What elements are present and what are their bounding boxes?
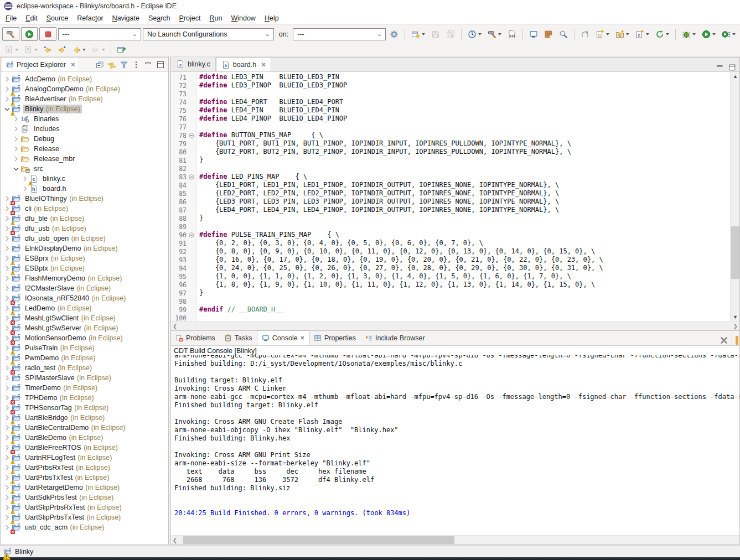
tree-item-binaries[interactable]: 10Binaries <box>1 114 168 124</box>
launch-settings-button[interactable] <box>387 28 401 41</box>
menu-search[interactable]: Search <box>144 13 175 24</box>
view-tab-tasks[interactable]: Tasks <box>220 330 257 345</box>
tree-item-release[interactable]: Release <box>1 144 168 154</box>
tree-item-bleadvertiser[interactable]: CBleAdvertiser (in Eclipse) <box>1 94 168 104</box>
view-tab-problems[interactable]: Problems <box>171 330 220 345</box>
chevron-collapsed-icon[interactable] <box>3 274 12 283</box>
tree-item-blinky-c[interactable]: cblinky.c <box>1 174 168 184</box>
view-tab-console[interactable]: Console× <box>257 330 309 345</box>
chevron-collapsed-icon[interactable] <box>3 374 12 382</box>
run-launch-button[interactable] <box>21 27 38 41</box>
tree-item-flashmemorydemo[interactable]: CFlashMemoryDemo (in Eclipse) <box>1 273 168 283</box>
tree-item-esbprx[interactable]: CESBprx (in Eclipse) <box>1 253 168 263</box>
scroll-down-icon[interactable]: ▼ <box>731 313 740 321</box>
fold-collapse-icon[interactable] <box>189 174 194 180</box>
open-console-button[interactable] <box>527 28 540 41</box>
new-wizard-button[interactable] <box>409 28 427 41</box>
tree-item-timerdemo[interactable]: CTimerDemo (in Eclipse) <box>1 383 168 393</box>
launch-config-combo[interactable]: No Launch Configurations⌄ <box>143 28 274 40</box>
menu-edit[interactable]: Edit <box>21 13 42 24</box>
fold-collapse-icon[interactable] <box>189 133 194 138</box>
link-with-editor-button[interactable] <box>107 60 116 69</box>
close-tab-icon[interactable]: × <box>261 60 266 69</box>
tree-item-analogcompdemo[interactable]: CAnalogCompDemo (in Eclipse) <box>1 84 168 94</box>
menu-refactor[interactable]: Refactor <box>73 13 107 24</box>
tree-item-uartslipprbstxtest[interactable]: CUartSlipPrbsTxTest (in Eclipse) <box>1 512 168 522</box>
tree-item-uartnrflogtest[interactable]: CUartnRFLogTest (in Eclipse) <box>1 453 168 463</box>
tree-item-tphdemo[interactable]: CTPHDemo (in Eclipse) <box>1 393 168 403</box>
tree-item-spimasterslave[interactable]: CSPIMasterSlave (in Eclipse) <box>1 373 168 383</box>
scrollbar-thumb[interactable] <box>731 226 739 279</box>
new-c-project-button[interactable]: C <box>613 28 632 41</box>
scroll-left-icon[interactable]: ❮ <box>173 323 177 329</box>
debug-button[interactable] <box>680 28 698 41</box>
tree-item-blueiothingy[interactable]: CBlueIOThingy (in Eclipse) <box>1 194 168 204</box>
fold-collapse-icon[interactable] <box>189 232 194 238</box>
new-c-class-button[interactable]: C <box>593 28 612 41</box>
tree-item-uartretargetdemo[interactable]: CUartRetargetDemo (in Eclipse) <box>1 483 168 492</box>
save-all-button[interactable] <box>444 28 457 41</box>
view-tab-properties[interactable]: Properties <box>309 330 360 345</box>
filter-button[interactable] <box>120 60 128 69</box>
stop-button[interactable] <box>39 27 56 41</box>
refresh-index-button[interactable] <box>653 28 671 41</box>
minimize-view-button[interactable] <box>144 60 153 69</box>
build-button[interactable] <box>2 27 19 41</box>
chevron-collapsed-icon[interactable] <box>3 244 12 253</box>
launch-on-combo[interactable]: ---⌄ <box>293 28 386 40</box>
editor-tab-board-h[interactable]: .hboard.h× <box>216 57 271 71</box>
menu-window[interactable]: Window <box>226 13 260 24</box>
menu-navigate[interactable]: Navigate <box>108 13 144 24</box>
tree-item-dfu-usb[interactable]: Cdfu_usb (in Eclipse) <box>1 224 168 234</box>
clear-console-button[interactable] <box>720 336 728 345</box>
scroll-right-icon[interactable]: ❯ <box>733 323 738 329</box>
tree-item-uartprbstxtest[interactable]: CUartPrbsTxTest (in Eclipse) <box>1 473 168 483</box>
previous-annotation-button[interactable] <box>2 43 20 56</box>
new-c-source-button[interactable]: c <box>633 28 651 41</box>
open-element-button[interactable]: 010 <box>505 28 519 41</box>
close-tab-icon[interactable]: × <box>301 334 304 342</box>
tree-item-iosonata-nrf52840[interactable]: CIOsonata_nRF52840 (in Eclipse) <box>1 293 168 303</box>
last-edit-location-button[interactable] <box>41 43 54 56</box>
tree-item-adcdemo[interactable]: CAdcDemo (in Eclipse) <box>1 74 168 84</box>
tree-item-tphsensortag[interactable]: CTPHSensorTag (in Eclipse) <box>1 403 168 413</box>
tree-item-leddemo[interactable]: CLedDemo (in Eclipse) <box>1 303 168 313</box>
tab-project-explorer[interactable]: C Project Explorer × <box>3 58 79 71</box>
tree-item-uartprbsrxtest[interactable]: CUartPrbsRxTest (in Eclipse) <box>1 463 168 473</box>
scroll-up-icon[interactable]: ▲ <box>731 72 740 80</box>
tree-item-meshlgtswserver[interactable]: CMeshLgtSwServer (in Eclipse) <box>1 323 168 333</box>
tree-item-esbptx[interactable]: CESBptx (in Eclipse) <box>1 263 168 273</box>
view-menu-button[interactable] <box>132 60 141 69</box>
chevron-collapsed-icon[interactable] <box>3 234 12 243</box>
view-tab-include-browser[interactable]: Include Browser <box>360 330 429 345</box>
run-history-button[interactable] <box>720 28 738 41</box>
maximize-view-button[interactable] <box>156 60 165 69</box>
console-output[interactable]: arm-none-eabi-gcc -mcpu=cortex-m4 -mthum… <box>171 355 739 535</box>
tree-item-includes[interactable]: hIncludes <box>1 124 168 134</box>
tree-item-blinky[interactable]: CBlinky (in Eclipse) <box>1 104 168 114</box>
tree-item-release-mbr[interactable]: Release_mbr <box>1 154 168 164</box>
build-all-button[interactable] <box>485 28 504 41</box>
menu-help[interactable]: Help <box>260 13 283 24</box>
tree-item-uartblefreertos[interactable]: CUartBleFreeRTOS (in Eclipse) <box>1 443 168 453</box>
minimize-editor-button[interactable] <box>716 64 724 71</box>
tree-item-uartbledemo[interactable]: CUartBleDemo (in Eclipse) <box>1 433 168 443</box>
chevron-collapsed-icon[interactable] <box>12 125 20 133</box>
collapse-all-button[interactable] <box>95 60 104 69</box>
tree-item-uartblecentraldemo[interactable]: CUartBleCentralDemo (in Eclipse) <box>1 423 168 433</box>
search-button[interactable] <box>557 28 570 41</box>
launch-target-combo[interactable]: ---⌄ <box>58 28 141 40</box>
editor-tab-blinky-c[interactable]: .cblinky.c <box>171 57 216 71</box>
tree-item-radio-test[interactable]: Cradio_test (in Eclipse) <box>1 363 168 373</box>
chevron-collapsed-icon[interactable] <box>3 383 12 392</box>
chevron-collapsed-icon[interactable] <box>12 115 20 123</box>
menu-run[interactable]: Run <box>205 13 226 24</box>
tree-item-dfu-usb-open[interactable]: Cdfu_usb_open (in Eclipse) <box>1 234 168 243</box>
pin-editor-button[interactable] <box>115 43 128 56</box>
tree-item-uartblebridge[interactable]: CUartBleBridge (in Eclipse) <box>1 413 168 423</box>
tree-item-meshlgtswclient[interactable]: CMeshLgtSwClient (in Eclipse) <box>1 313 168 323</box>
menu-file[interactable]: File <box>1 13 21 24</box>
editor-vertical-scrollbar[interactable]: ▲ ▼ <box>730 72 739 321</box>
tree-item-board-h[interactable]: hboard.h <box>1 184 168 194</box>
editor-horizontal-scrollbar[interactable]: ❮ ❯ <box>171 321 739 330</box>
